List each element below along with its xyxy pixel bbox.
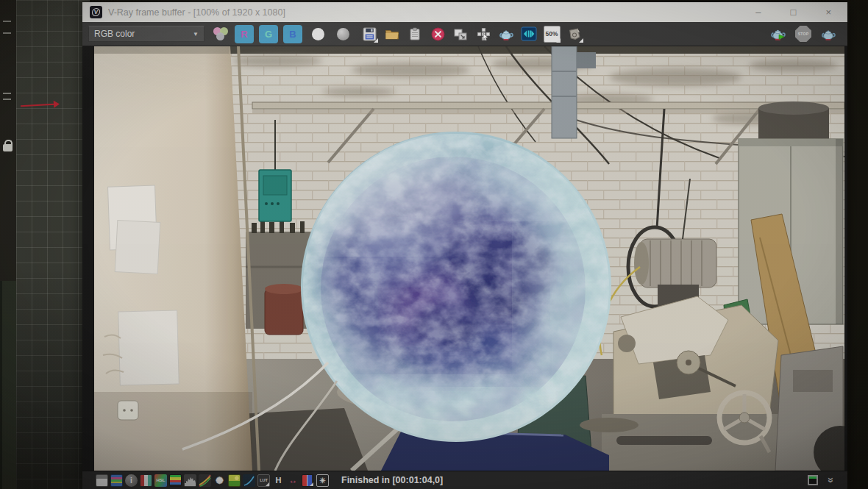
expand-chevrons-icon[interactable]: » (826, 477, 836, 483)
ab-compare-button[interactable] (520, 25, 538, 43)
maximize-button[interactable]: □ (791, 7, 797, 18)
save-image-button[interactable] (360, 25, 378, 43)
teapot-icon (499, 27, 514, 41)
toolbar-right-group: STOP (769, 25, 842, 43)
window-controls: – □ × (755, 7, 840, 18)
rendered-scene (94, 46, 844, 471)
info-icon[interactable]: i (125, 474, 138, 487)
tailstock (775, 346, 844, 471)
channel-dropdown-value: RGB color (94, 29, 135, 39)
render-teapot-button[interactable] (819, 25, 837, 43)
vfb-statusbar: i HSL ✺ LUT H ↔ ✳ Finished in [00:01:04,… (82, 471, 847, 489)
save-icon (363, 27, 377, 41)
pixel-aspect-icon[interactable]: ↔ (287, 474, 299, 487)
lock-icon (3, 144, 13, 151)
start-interactive-render-button[interactable] (769, 25, 787, 43)
minimize-button[interactable]: – (755, 7, 761, 18)
icc-profile-icon[interactable] (302, 474, 314, 487)
duplicate-to-host-button[interactable] (452, 25, 469, 43)
render-last-button[interactable] (497, 25, 515, 43)
window-title: V-Ray frame buffer - [100% of 1920 x 108… (108, 7, 285, 18)
render-image[interactable] (94, 46, 844, 471)
vfb-toolbar: RGB color ▼ R G B (82, 22, 847, 46)
white-balance-icon[interactable] (169, 474, 182, 487)
white-channel-button[interactable] (312, 28, 324, 40)
desktop-left-strip (0, 0, 16, 489)
curve-glyph (243, 474, 255, 487)
stamp-button[interactable] (566, 25, 583, 43)
background-image-icon[interactable] (228, 474, 241, 487)
curves-glyph (199, 474, 211, 487)
clear-x-icon (431, 27, 445, 41)
channel-dropdown[interactable]: RGB color ▼ (88, 26, 204, 42)
viewport-red-arrow (21, 104, 54, 107)
red-channel-button[interactable]: R (235, 25, 254, 43)
mono-channel-button[interactable] (337, 28, 349, 40)
clear-image-button[interactable] (429, 25, 447, 43)
color-corrections-icon[interactable] (110, 474, 123, 487)
filmic-tonemap-icon[interactable]: ✺ (213, 474, 226, 487)
zoom-button[interactable]: 50% (543, 25, 561, 43)
strip-lower-panel (0, 281, 16, 489)
show-frame-buffer-icon[interactable] (96, 474, 108, 487)
copy-to-clipboard-button[interactable] (406, 25, 424, 43)
zoom-level: 50% (544, 26, 561, 43)
blue-channel-button[interactable]: B (283, 25, 302, 43)
lut-icon[interactable]: LUT (257, 474, 270, 487)
rgb-channels-icon[interactable] (212, 26, 230, 42)
duplicate-window-icon (453, 27, 468, 41)
curve-editor-icon[interactable] (243, 474, 255, 487)
folder-icon (385, 27, 399, 40)
vray-logo-icon: V (90, 6, 102, 18)
track-mouse-button[interactable] (474, 25, 492, 43)
titlebar: V V-Ray frame buffer - [100% of 1920 x 1… (82, 2, 847, 22)
strip-glyph (3, 21, 11, 22)
max-viewport-grid (16, 0, 90, 489)
clipboard-icon (408, 27, 421, 41)
strip-glyph (3, 32, 11, 34)
ab-compare-icon (521, 26, 537, 42)
wall-socket (118, 401, 138, 420)
stamp-icon (567, 27, 582, 41)
close-button[interactable]: × (825, 7, 831, 18)
vfb-content (82, 46, 847, 471)
stop-render-button[interactable]: STOP (795, 26, 811, 42)
hsl-icon[interactable]: HSL (154, 474, 167, 487)
vray-frame-buffer-window: V V-Ray frame buffer - [100% of 1920 x 1… (82, 2, 847, 489)
exposure-icon[interactable] (140, 474, 152, 487)
open-image-button[interactable] (383, 25, 401, 43)
color-curves-icon[interactable] (199, 474, 211, 487)
render-status-text: Finished in [00:01:04,0] (341, 475, 443, 485)
track-mouse-icon (477, 27, 491, 41)
statusbar-right-group: » (808, 475, 840, 485)
stamp-settings-icon[interactable]: ✳ (316, 474, 329, 487)
vfb-panel-icon[interactable] (808, 475, 818, 485)
teapot-icon (821, 27, 836, 41)
strip-glyph (3, 93, 11, 94)
levels-histogram-icon[interactable] (184, 474, 196, 487)
green-channel-button[interactable]: G (259, 25, 278, 43)
strip-glyph (3, 99, 11, 100)
vray-logo-letter: V (91, 8, 100, 16)
ocio-icon[interactable]: H (272, 474, 285, 487)
histogram-glyph (184, 474, 196, 487)
chevron-down-icon: ▼ (193, 31, 199, 38)
teapot-play-icon (770, 26, 786, 41)
